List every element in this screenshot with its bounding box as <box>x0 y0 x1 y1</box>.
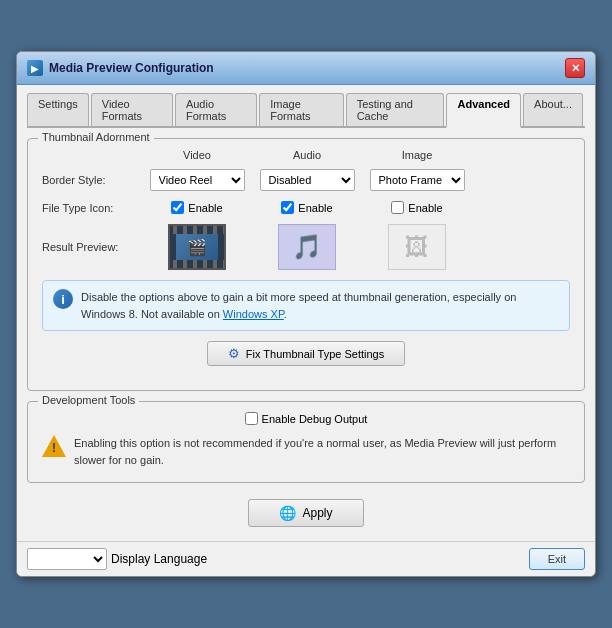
windows-xp-link[interactable]: Windows XP <box>223 308 284 320</box>
close-button[interactable]: ✕ <box>565 58 585 78</box>
fix-thumbnail-button[interactable]: ⚙ Fix Thumbnail Type Settings <box>207 341 405 366</box>
debug-row: Enable Debug Output <box>42 412 570 425</box>
title-bar: ▶ Media Preview Configuration ✕ <box>17 52 595 85</box>
video-enable-checkbox[interactable] <box>171 201 184 214</box>
warning-text: Enabling this option is not recommended … <box>74 435 570 468</box>
file-type-label: File Type Icon: <box>42 202 142 214</box>
video-preview-image: 🎬 <box>168 224 226 270</box>
debug-output-label[interactable]: Enable Debug Output <box>245 412 368 425</box>
video-border-select[interactable]: Video Reel Disabled <box>150 169 245 191</box>
tab-testing-cache[interactable]: Testing and Cache <box>346 93 445 126</box>
window-title: Media Preview Configuration <box>49 61 214 75</box>
dev-tools-group: Development Tools Enable Debug Output ! … <box>27 401 585 483</box>
language-select[interactable] <box>27 548 107 570</box>
exit-button[interactable]: Exit <box>529 548 585 570</box>
file-type-row: File Type Icon: Enable Enable <box>42 201 570 214</box>
apply-button-container: 🌐 Apply <box>27 493 585 531</box>
audio-border-select[interactable]: Disabled Video Reel <box>260 169 355 191</box>
audio-enable-label[interactable]: Enable <box>281 201 332 214</box>
tab-bar: Settings Video Formats Audio Formats Ima… <box>27 93 585 128</box>
audio-border-cell: Disabled Video Reel <box>252 169 362 191</box>
tab-image-formats[interactable]: Image Formats <box>259 93 343 126</box>
image-preview-cell: 🖼 <box>362 224 472 270</box>
main-content: Settings Video Formats Audio Formats Ima… <box>17 85 595 541</box>
border-style-row: Border Style: Video Reel Disabled Disabl… <box>42 169 570 191</box>
audio-filetype-cell: Enable <box>252 201 362 214</box>
warning-icon: ! <box>42 435 66 457</box>
info-box: i Disable the options above to gain a bi… <box>42 280 570 331</box>
audio-preview-image: 🎵 <box>278 224 336 270</box>
debug-output-checkbox[interactable] <box>245 412 258 425</box>
footer: Display Language Exit <box>17 541 595 576</box>
tab-about[interactable]: About... <box>523 93 583 126</box>
apply-icon: 🌐 <box>279 505 296 521</box>
border-style-label: Border Style: <box>42 174 142 186</box>
image-enable-label[interactable]: Enable <box>391 201 442 214</box>
video-enable-label[interactable]: Enable <box>171 201 222 214</box>
warning-box: ! Enabling this option is not recommende… <box>42 435 570 468</box>
tab-advanced[interactable]: Advanced <box>446 93 521 128</box>
video-preview-cell: 🎬 <box>142 224 252 270</box>
title-bar-left: ▶ Media Preview Configuration <box>27 60 214 76</box>
audio-enable-checkbox[interactable] <box>281 201 294 214</box>
dev-tools-label: Development Tools <box>38 394 139 406</box>
lang-label: Display Language <box>111 552 207 566</box>
image-preview-image: 🖼 <box>388 224 446 270</box>
tab-settings[interactable]: Settings <box>27 93 89 126</box>
image-border-cell: Photo Frame Disabled <box>362 169 472 191</box>
video-filetype-cell: Enable <box>142 201 252 214</box>
main-window: ▶ Media Preview Configuration ✕ Settings… <box>16 51 596 577</box>
image-filetype-cell: Enable <box>362 201 472 214</box>
video-border-cell: Video Reel Disabled <box>142 169 252 191</box>
tab-audio-formats[interactable]: Audio Formats <box>175 93 257 126</box>
image-border-select[interactable]: Photo Frame Disabled <box>370 169 465 191</box>
col-audio: Audio <box>252 149 362 161</box>
thumbnail-adornment-group: Thumbnail Adornment Video Audio Image Bo… <box>27 138 585 391</box>
apply-button[interactable]: 🌐 Apply <box>248 499 363 527</box>
app-icon: ▶ <box>27 60 43 76</box>
result-preview-row: Result Preview: 🎬 🎵 🖼 <box>42 224 570 270</box>
audio-preview-cell: 🎵 <box>252 224 362 270</box>
tab-video-formats[interactable]: Video Formats <box>91 93 173 126</box>
image-enable-checkbox[interactable] <box>391 201 404 214</box>
fix-icon: ⚙ <box>228 346 240 361</box>
result-preview-label: Result Preview: <box>42 241 142 253</box>
info-text: Disable the options above to gain a bit … <box>81 289 559 322</box>
thumbnail-adornment-label: Thumbnail Adornment <box>38 131 154 143</box>
col-image: Image <box>362 149 472 161</box>
language-dropdown: Display Language <box>27 548 207 570</box>
fix-button-container: ⚙ Fix Thumbnail Type Settings <box>42 341 570 366</box>
adornment-header: Video Audio Image <box>42 149 570 161</box>
col-video: Video <box>142 149 252 161</box>
info-icon: i <box>53 289 73 309</box>
film-inner: 🎬 <box>176 234 218 260</box>
